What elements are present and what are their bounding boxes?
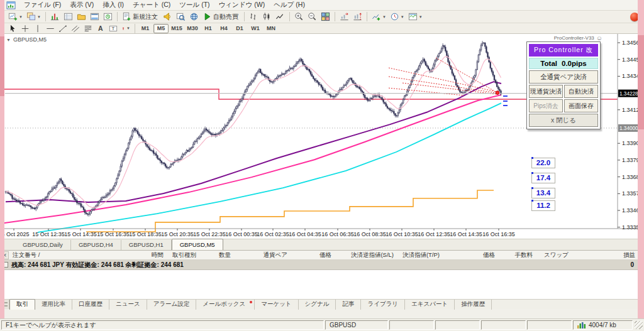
- metaeditor-icon[interactable]: [161, 11, 174, 23]
- column-header[interactable]: 時間: [130, 251, 166, 259]
- hline-icon[interactable]: [44, 23, 57, 33]
- menu-ウ[interactable]: ウィンドウ (W): [214, 0, 270, 10]
- time-tick-label: 16 Oct 10:35: [386, 231, 418, 237]
- crosshair-icon[interactable]: [19, 23, 31, 33]
- timeframe-D1[interactable]: D1: [232, 24, 247, 33]
- terminal-tab-item[interactable]: 運用比率: [35, 300, 72, 310]
- menu-フ[interactable]: ファイル (F): [19, 0, 65, 10]
- vline-icon[interactable]: [31, 23, 44, 33]
- column-header[interactable]: 決済逆指値(S/L): [334, 251, 396, 259]
- column-header[interactable]: 取引種別: [166, 251, 199, 259]
- channel-icon[interactable]: [69, 23, 82, 33]
- chart-tab-GBPUSDM5[interactable]: GBPUSD,M5: [172, 239, 223, 250]
- resize-grip[interactable]: [635, 321, 643, 329]
- auto-scroll-icon[interactable]: [338, 11, 351, 23]
- trend-line[interactable]: [389, 77, 497, 93]
- arrows-icon[interactable]: ▼: [119, 23, 132, 33]
- terminal-tab-item[interactable]: マーケット: [255, 300, 298, 310]
- auto-close-button[interactable]: 自動決済: [564, 85, 598, 98]
- menu-ツ[interactable]: ツール (T): [175, 0, 214, 10]
- text-label-icon[interactable]: T: [107, 23, 119, 33]
- profiles-icon[interactable]: ▼: [25, 11, 43, 23]
- menu-チ[interactable]: チャート (C): [128, 0, 175, 10]
- column-header[interactable]: 価格: [442, 251, 497, 259]
- market-watch-icon[interactable]: [48, 11, 62, 23]
- periods-icon[interactable]: ▼: [388, 11, 406, 23]
- new-order-icon[interactable]: 新規注文: [120, 11, 161, 23]
- data-window-icon[interactable]: [62, 11, 75, 23]
- search-chart-icon[interactable]: [174, 11, 187, 23]
- column-header[interactable]: スワップ: [535, 251, 571, 259]
- timeframe-M15[interactable]: M15: [169, 24, 184, 33]
- terminal-tab-item[interactable]: ニュース: [109, 300, 147, 310]
- smiley-icon[interactable]: ☺: [596, 35, 602, 41]
- menu-表[interactable]: 表示 (V): [65, 0, 98, 10]
- chart-bars-icon[interactable]: [247, 11, 260, 23]
- fibonacci-icon[interactable]: [82, 23, 94, 33]
- time-tick-label: 15 Oct 12:35: [32, 231, 65, 237]
- trend-line[interactable]: [436, 58, 497, 92]
- tile-windows-icon[interactable]: [319, 11, 332, 23]
- chart-menu-triangle-icon[interactable]: ▼: [6, 38, 11, 42]
- timeframe-H4[interactable]: H4: [216, 24, 231, 33]
- column-header[interactable]: 数量: [199, 251, 233, 259]
- terminal-tab-item[interactable]: メールボックス: [196, 300, 255, 310]
- web-globe-icon[interactable]: [187, 11, 201, 23]
- terminal-tab-item[interactable]: シグナル: [299, 300, 336, 310]
- trend-line[interactable]: [389, 68, 497, 92]
- chart-window: 1.345601.344501.343401.341201.339001.337…: [0, 34, 638, 239]
- menu-ヘ[interactable]: ヘルプ (H): [269, 0, 309, 10]
- close-all-pairs-button[interactable]: 全通貨ペア決済: [529, 70, 598, 84]
- chart-symbol-label[interactable]: ▼ GBPUSD,M5: [6, 36, 47, 43]
- price-tick-label: 1.34450: [622, 57, 638, 63]
- close-current-pair-button[interactable]: 現通貨決済: [529, 85, 563, 98]
- navigator-icon[interactable]: [75, 11, 88, 23]
- terminal-tab-item[interactable]: 口座履歴: [72, 300, 109, 310]
- timeframe-M1[interactable]: M1: [138, 24, 153, 33]
- candle-wicks: [6, 41, 501, 217]
- chart-line-icon[interactable]: [274, 11, 287, 23]
- indicators-icon[interactable]: ▼: [370, 11, 388, 23]
- menu-挿[interactable]: 挿入 (I): [98, 0, 128, 10]
- app-icon[interactable]: [6, 1, 16, 9]
- text-icon[interactable]: A: [94, 23, 107, 33]
- terminal-tab-item[interactable]: ライブラリ: [361, 300, 405, 310]
- clear-pips-button[interactable]: Pips消去: [529, 99, 563, 112]
- column-header[interactable]: 注文番号 /: [10, 251, 130, 259]
- new-chart-icon[interactable]: ▼: [6, 11, 25, 23]
- panel-close-button[interactable]: x 閉じる: [529, 114, 598, 127]
- auto-trading-icon[interactable]: 自動売買: [201, 11, 242, 23]
- save-screen-button[interactable]: 画面保存: [564, 99, 598, 112]
- timeframe-MN[interactable]: MN: [264, 24, 279, 33]
- templates-icon[interactable]: ▼: [406, 11, 425, 23]
- panel-header[interactable]: Pro Controller 改: [529, 44, 598, 57]
- zoom-in-icon[interactable]: [292, 11, 306, 23]
- timeframe-W1[interactable]: W1: [248, 24, 263, 33]
- column-header[interactable]: 価格: [290, 251, 334, 259]
- chart-tab-GBPUSDDaily[interactable]: GBPUSD,Daily: [15, 240, 71, 250]
- terminal-window-icon[interactable]: [88, 11, 101, 23]
- chart-tab-GBPUSDH4[interactable]: GBPUSD,H4: [71, 240, 121, 250]
- strategy-tester-icon[interactable]: [101, 11, 114, 23]
- terminal-tab-item[interactable]: 操作履歴: [455, 300, 492, 310]
- timeframe-M30[interactable]: M30: [185, 24, 200, 33]
- price-tick-label: 1.33790: [622, 157, 638, 163]
- zoom-out-icon[interactable]: [306, 11, 319, 23]
- timeframe-M5[interactable]: M5: [153, 24, 169, 33]
- column-header[interactable]: 決済指値(T/P): [396, 251, 442, 259]
- terminal-tab-item[interactable]: アラーム設定: [147, 300, 197, 310]
- trendline-icon[interactable]: [57, 23, 69, 33]
- terminal-tab-item[interactable]: エキスパート: [405, 300, 455, 310]
- terminal-tab-item[interactable]: 記事: [336, 300, 361, 310]
- terminal-tab-active[interactable]: 取引: [9, 299, 35, 310]
- chart-shift-icon[interactable]: [351, 11, 364, 23]
- timeframe-H1[interactable]: H1: [201, 24, 216, 33]
- resistance-line[interactable]: [0, 89, 618, 99]
- column-header[interactable]: 通貨ペア: [233, 251, 290, 259]
- balance-row[interactable]: 残高: 244 681 JPY 有効証拠金: 244 681 余剰証拠金: 24…: [0, 260, 638, 270]
- chart-candles-icon[interactable]: [260, 11, 274, 23]
- chart-tab-GBPUSDH1[interactable]: GBPUSD,H1: [121, 240, 172, 250]
- column-header[interactable]: 手数料: [497, 251, 535, 259]
- column-header[interactable]: 損益: [571, 251, 638, 259]
- cursor-icon[interactable]: [6, 23, 19, 33]
